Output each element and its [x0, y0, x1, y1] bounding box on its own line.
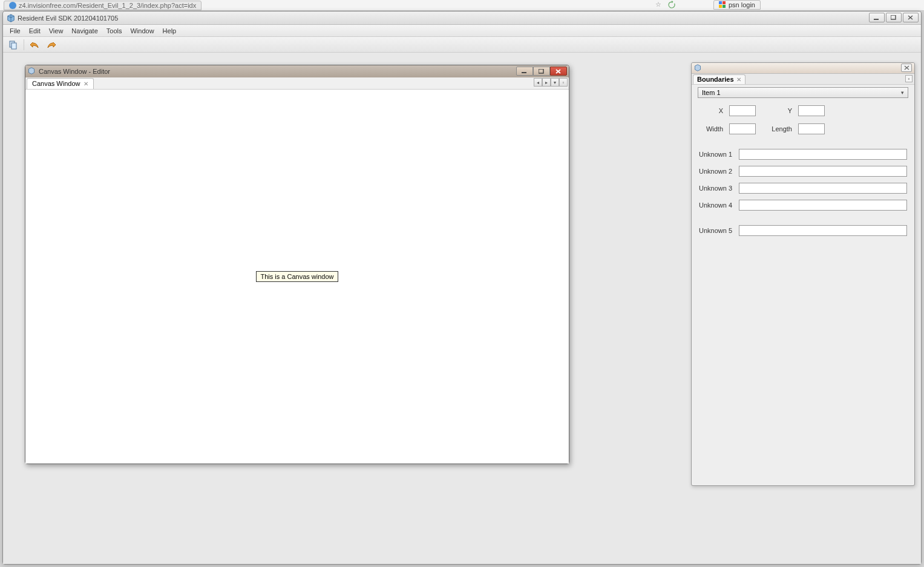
label-unknown-5: Unknown 5 [699, 227, 734, 234]
input-unknown-5[interactable] [739, 225, 907, 236]
boundaries-panel-close-button[interactable] [901, 64, 912, 72]
boundaries-panel-titlebar[interactable] [692, 63, 914, 74]
label-unknown-2: Unknown 2 [699, 168, 734, 175]
canvas-close-button[interactable] [550, 67, 567, 76]
svg-rect-0 [719, 1, 722, 4]
tool-copy-icon[interactable] [7, 38, 20, 51]
workspace: Canvas Window - Editor Canvas Window ✕ ◂… [3, 53, 921, 564]
item-dropdown[interactable]: Item 1 [698, 87, 908, 98]
row-unknown-3: Unknown 3 [698, 183, 908, 194]
item-dropdown-selected: Item 1 [702, 89, 721, 96]
menu-help[interactable]: Help [159, 26, 181, 36]
boundaries-tab-label: Boundaries [697, 76, 734, 83]
svg-rect-1 [722, 1, 726, 4]
canvas-tab-label: Canvas Window [32, 80, 80, 87]
tab-nav-prev-icon[interactable]: ◂ [534, 78, 542, 87]
svg-rect-3 [722, 5, 726, 8]
menu-bar: File Edit View Navigate Tools Window Hel… [3, 25, 921, 37]
menu-window[interactable]: Window [126, 26, 158, 36]
boundaries-body: Item 1 X Y Width Length Unknown 1 [692, 85, 914, 485]
input-length[interactable] [798, 123, 825, 134]
row-unknown-5: Unknown 5 [698, 225, 908, 236]
input-unknown-1[interactable] [739, 149, 907, 160]
input-unknown-4[interactable] [739, 200, 907, 211]
minimize-button[interactable] [869, 13, 885, 22]
menu-file[interactable]: File [5, 26, 25, 36]
boundaries-tab[interactable]: Boundaries ✕ [693, 74, 745, 84]
favorite-star-icon[interactable]: ☆ [655, 1, 664, 9]
svg-rect-2 [719, 5, 722, 8]
label-length: Length [762, 125, 792, 133]
label-unknown-3: Unknown 3 [699, 185, 734, 192]
app-title: Resident Evil SDK 201204101705 [18, 15, 118, 22]
row-wl: Width Length [698, 123, 908, 134]
row-unknown-1: Unknown 1 [698, 149, 908, 160]
label-x: X [701, 107, 723, 114]
row-xy: X Y [698, 105, 908, 116]
input-unknown-3[interactable] [739, 183, 907, 194]
tab-nav-maximize-icon[interactable]: ▫ [559, 78, 568, 87]
svg-rect-8 [522, 72, 526, 73]
svg-rect-9 [539, 69, 543, 73]
canvas-editor-window: Canvas Window - Editor Canvas Window ✕ ◂… [25, 65, 569, 464]
google-icon [719, 1, 726, 8]
app-window: Resident Evil SDK 201204101705 File Edit… [2, 11, 922, 565]
menu-view[interactable]: View [45, 26, 68, 36]
cube-icon [28, 67, 36, 76]
refresh-icon[interactable] [667, 1, 676, 9]
browser-url-text: z4.invisionfree.com/Resident_Evil_1_2_3/… [19, 2, 196, 9]
canvas-tab-bar: Canvas Window ✕ ◂ ▸ ▾ ▫ [25, 77, 569, 90]
app-icon [7, 14, 15, 22]
close-button[interactable] [903, 13, 919, 22]
toolbar [3, 37, 921, 53]
input-x[interactable] [729, 105, 756, 116]
label-y: Y [762, 107, 792, 114]
tool-redo-icon[interactable] [45, 38, 58, 51]
canvas-window-title: Canvas Window - Editor [39, 68, 110, 75]
boundaries-tab-expand-icon[interactable]: ▫ [905, 75, 913, 82]
label-unknown-4: Unknown 4 [699, 202, 734, 209]
tab-nav-next-icon[interactable]: ▸ [542, 78, 551, 87]
globe-icon [9, 2, 16, 9]
row-unknown-2: Unknown 2 [698, 166, 908, 177]
label-unknown-1: Unknown 1 [699, 151, 734, 158]
svg-rect-7 [11, 43, 16, 49]
menu-navigate[interactable]: Navigate [67, 26, 102, 36]
canvas-minimize-button[interactable] [516, 67, 533, 76]
boundaries-tab-close-icon[interactable]: ✕ [736, 76, 741, 83]
app-title-bar: Resident Evil SDK 201204101705 [3, 11, 921, 25]
input-unknown-2[interactable] [739, 166, 907, 177]
maximize-button[interactable] [886, 13, 902, 22]
tool-undo-icon[interactable] [28, 38, 41, 51]
canvas-body[interactable]: This is a Canvas window [25, 90, 569, 464]
canvas-window-titlebar[interactable]: Canvas Window - Editor [25, 65, 569, 77]
cube-icon [694, 64, 703, 73]
canvas-tab[interactable]: Canvas Window ✕ [27, 78, 94, 89]
menu-tools[interactable]: Tools [102, 26, 126, 36]
browser-tab-right[interactable]: psn login [713, 0, 761, 10]
browser-chrome-strip: z4.invisionfree.com/Resident_Evil_1_2_3/… [0, 0, 924, 11]
menu-edit[interactable]: Edit [25, 26, 45, 36]
svg-rect-5 [891, 15, 896, 19]
toolbar-separator [24, 39, 24, 50]
browser-tab-right-text: psn login [729, 1, 755, 8]
svg-rect-4 [874, 19, 879, 20]
boundaries-panel: Boundaries ✕ ▫ Item 1 X Y Width [691, 62, 915, 486]
row-unknown-4: Unknown 4 [698, 200, 908, 211]
input-width[interactable] [729, 123, 756, 134]
input-y[interactable] [798, 105, 825, 116]
canvas-maximize-button[interactable] [533, 67, 550, 76]
canvas-tab-close-icon[interactable]: ✕ [84, 80, 88, 87]
browser-tab-left[interactable]: z4.invisionfree.com/Resident_Evil_1_2_3/… [4, 1, 202, 10]
label-width: Width [701, 125, 723, 133]
canvas-center-label: This is a Canvas window [256, 271, 338, 282]
tab-nav-dropdown-icon[interactable]: ▾ [551, 78, 559, 87]
boundaries-tab-bar: Boundaries ✕ ▫ [692, 74, 914, 85]
